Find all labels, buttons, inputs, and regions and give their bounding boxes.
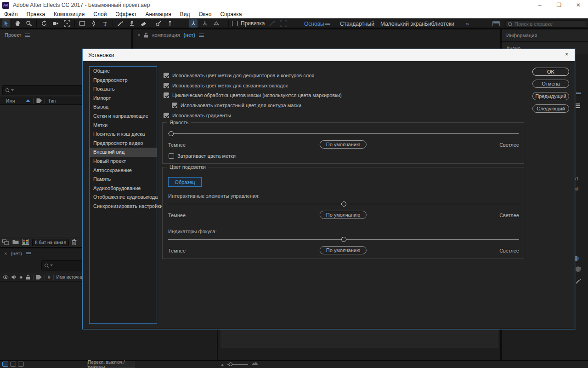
composition-tab-label[interactable]: композиция [152,32,180,38]
interactive-controls-slider[interactable] [168,204,519,204]
layer-number-column[interactable]: # [48,275,51,280]
interactive-slider-thumb[interactable] [341,201,346,207]
zoom-in-mountains-icon[interactable] [252,362,258,365]
zoom-out-mountain-icon[interactable] [221,364,224,366]
brightness-default-button[interactable]: По умолчанию [320,140,367,149]
shape-tool-icon[interactable] [78,19,86,28]
transfer-controls-pane-icon[interactable] [10,362,16,367]
toggle-switches-modes-button[interactable]: Перекл. выключ./режимы [87,362,135,368]
timeline-search-input[interactable] [41,260,87,270]
workspace-tab-standard[interactable]: Стандартный [340,21,374,27]
menu-effect[interactable]: Эффект [115,11,136,17]
column-name[interactable]: Имя [6,98,15,104]
solo-icon[interactable] [19,276,23,279]
category-display[interactable]: Показать [90,85,157,94]
rotation-tool-icon[interactable] [40,19,48,28]
search-options-caret-icon[interactable] [11,89,14,91]
category-audio-hardware[interactable]: Аудиооборудование [90,184,157,193]
checkbox[interactable] [172,103,177,108]
focus-slider-thumb[interactable] [341,237,346,242]
ok-button[interactable]: OK [532,68,569,76]
sort-ascending-icon[interactable] [26,99,30,102]
puppet-pin-tool-icon[interactable] [166,19,174,28]
category-audio-output-mapping[interactable]: Отображение аудиовыхода [90,193,157,202]
menu-view[interactable]: Вид [180,11,190,17]
project-panel-menu-icon[interactable] [25,33,30,38]
menu-help[interactable]: Справка [220,11,242,17]
zoom-tool-icon[interactable] [25,19,33,28]
category-video-preview[interactable]: Предпросмотр видео [90,139,157,148]
timeline-panel-menu-icon[interactable] [26,251,31,256]
eraser-tool-icon[interactable] [139,19,147,28]
delete-icon[interactable] [71,239,77,245]
interpret-footage-icon[interactable] [2,239,9,245]
checkbox-row[interactable]: Циклическая обработка цветов маски (испо… [164,92,342,98]
category-media-disk-cache[interactable]: Носитель и кэш диска [90,130,157,139]
dialog-close-icon[interactable]: × [565,51,568,58]
local-axis-mode-icon[interactable] [189,19,198,28]
checkbox[interactable] [164,113,169,118]
sample-button[interactable]: Образец [168,177,202,187]
menu-edit[interactable]: Правка [27,11,45,17]
menu-file[interactable]: Файл [4,11,18,17]
category-import[interactable]: Импорт [90,94,157,103]
workspace-tab-libraries[interactable]: Библиотеки [424,21,454,27]
camera-tool-icon[interactable] [51,19,60,28]
view-axis-mode-icon[interactable] [212,19,220,28]
brush-tool-icon[interactable] [116,19,124,28]
focus-indicators-slider[interactable] [168,239,519,240]
menu-animation[interactable]: Анимация [145,11,171,17]
menu-window[interactable]: Окно [198,11,211,17]
workspace-tab-small-screen[interactable]: Маленький экран [380,21,425,27]
checkbox-row[interactable]: Использовать контрастный цвет для контур… [172,102,301,109]
world-axis-mode-icon[interactable] [201,19,209,28]
hand-tool-icon[interactable] [13,19,22,28]
focus-default-button[interactable]: По умолчанию [320,246,367,254]
lock-icon[interactable] [26,275,30,280]
cancel-button[interactable]: Отмена [532,80,569,88]
workspace-menu-icon[interactable] [325,22,330,27]
checkbox-row[interactable]: Использовать цвет метки для дескрипторов… [164,72,314,79]
brightness-slider-thumb[interactable] [169,131,174,136]
label-color-column-icon[interactable] [36,98,42,103]
workspace-tab-essentials[interactable]: Основы [304,21,324,27]
close-tab-icon[interactable]: × [4,251,7,256]
category-new-project[interactable]: Новый проект [90,157,157,166]
checkbox-row[interactable]: Использовать цвет меток для связанных вк… [164,82,288,89]
workspace-overflow-chevron[interactable]: » [466,21,469,27]
workspace-switcher-icon[interactable] [492,21,500,26]
lock-icon[interactable] [144,33,148,38]
category-general[interactable]: Общие [90,67,157,76]
checkbox-row[interactable]: Затрагивает цвета метки [169,153,236,159]
info-panel-tab[interactable]: Информация [506,33,537,38]
menu-layer[interactable]: Слой [93,11,107,17]
dialog-titlebar[interactable]: Установки × [83,49,575,61]
zoom-slider-thumb[interactable] [229,362,232,366]
checkbox[interactable] [164,83,169,88]
interactive-default-button[interactable]: По умолчанию [320,211,367,219]
column-type[interactable]: Тип [48,98,56,104]
snap-option-icon[interactable] [268,19,276,28]
timeline-tab-value[interactable]: (нет) [11,251,22,256]
category-sync-settings[interactable]: Синхронизировать настройки [90,202,157,211]
snapping-checkbox[interactable] [232,21,237,26]
close-tab-icon[interactable]: × [137,32,140,38]
checkbox[interactable] [169,153,174,159]
composition-tab-value[interactable]: (нет) [184,32,195,38]
checkbox[interactable] [164,92,169,98]
category-previews[interactable]: Предпросмотр [90,76,157,85]
timeline-zoom-slider[interactable] [227,364,248,365]
roto-brush-tool-icon[interactable] [154,19,163,28]
minimize-button[interactable]: – [532,0,548,10]
restore-button[interactable]: ❐ [551,0,567,10]
video-visibility-icon[interactable] [3,275,9,279]
next-button[interactable]: Следующий [532,104,569,113]
layer-switches-pane-icon[interactable] [2,362,8,367]
category-output[interactable]: Вывод [90,103,157,112]
help-search-input[interactable]: Поиск в справке [505,20,586,28]
type-tool-icon[interactable]: T [101,19,109,28]
category-appearance[interactable]: Внешний вид [90,148,157,157]
category-memory[interactable]: Память [90,175,157,184]
category-labels[interactable]: Метки [90,121,157,130]
label-color-column-icon[interactable] [36,275,42,280]
